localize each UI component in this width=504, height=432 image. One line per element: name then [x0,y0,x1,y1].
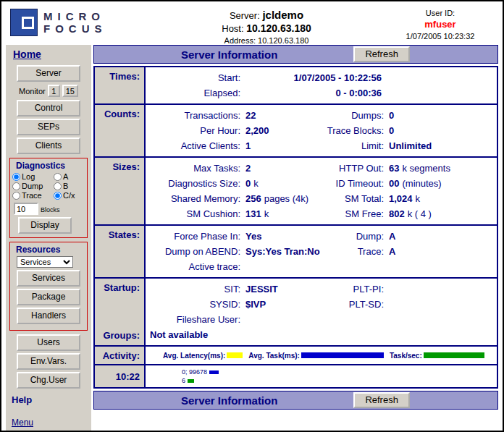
trace-radio-option[interactable]: Trace [12,191,54,200]
dump-radio-option[interactable]: Dump [12,182,54,190]
handlers-button[interactable]: Handlers [17,308,80,324]
diagnostics-size-value: 0 [245,178,251,189]
activity-row-label: Activity: [95,347,146,364]
sysid-label: SYSID: [148,297,244,312]
display-button[interactable]: Display [18,217,72,234]
app-window: MICRO FOCUS Server: jcldemo Host: 10.120… [0,0,504,432]
main-content: Server Information Refresh Times: Start:… [93,45,498,431]
server-button[interactable]: Server [17,65,80,82]
trace-radio-label: Trace [22,191,42,200]
cx-radio-option[interactable]: C/x [54,191,85,200]
groups-row-label: Groups: [103,330,140,341]
log-radio-option[interactable]: Log [12,172,54,181]
blocks-input[interactable] [14,203,38,215]
help-label: Help [12,394,91,405]
clients-button[interactable]: Clients [17,137,80,154]
trace-state-value: A [389,246,395,257]
bottom-title-bar: Server Information Refresh [93,391,498,410]
elapsed-value: 0 - 0:00:36 [244,85,382,101]
diagnostics-radios: Log A Dump B Trace C/x [12,172,85,200]
plt-sd-label: PLT-SD: [325,297,387,312]
diagnostics-group: Diagnostics Log A Dump B Trace C/x Block… [9,158,88,238]
per-hour-label: Per Hour: [148,123,244,138]
server-label: Server: [230,10,260,21]
cx-radio[interactable] [54,192,62,200]
force-phase-in-value: Yes [245,231,261,242]
counts-row: Counts: Transactions: 22 Dumps: 0 Per Ho… [95,105,497,158]
services-button[interactable]: Services [17,270,80,287]
address-label: Address: [224,36,256,45]
resources-select[interactable]: Services [17,256,73,268]
sm-total-label: SM Total: [325,191,387,206]
a-radio-option[interactable]: A [54,172,85,181]
max-tasks-value: 2 [245,163,251,174]
dump-state-label: Dump: [325,229,387,244]
times-row: Times: Start: 1/07/2005 - 10:22:56 Elaps… [95,67,497,105]
sample-latency-task-value: 0; 99678 [182,368,207,376]
control-button[interactable]: Control [17,100,80,117]
sm-cushion-suffix: k [264,208,269,219]
logo-line2: FOCUS [43,22,107,35]
env-vars-button[interactable]: Env.Vars. [17,353,80,370]
resources-title: Resources [16,245,85,255]
b-radio-label: B [63,182,68,190]
monitor-button-15[interactable]: 15 [62,85,78,97]
transactions-label: Transactions: [148,108,244,123]
diagnostics-size-suffix: k [253,178,259,189]
package-button[interactable]: Package [17,289,80,305]
sm-free-value: 802 [389,208,405,219]
http-out-label: HTTP Out: [325,161,387,176]
trace-blocks-label: Trace Blocks: [325,123,387,138]
server-info-table: Times: Start: 1/07/2005 - 10:22:56 Elaps… [93,66,498,389]
counts-row-label: Counts: [95,105,146,156]
seps-button[interactable]: SEPs [17,119,80,135]
change-user-button[interactable]: Chg.User [17,372,80,389]
shared-memory-value: 256 [245,193,261,204]
activity-row: Activity: Avg. Latency(ms): Avg. Task(ms… [95,347,497,365]
sample-time-label: 10:22 [116,371,140,382]
blocks-controls: Blocks [14,203,85,215]
avg-latency-legend-label: Avg. Latency(ms): [163,352,225,360]
log-radio-label: Log [22,172,35,181]
user-info-header: User ID: mfuser 1/07/2005 10:23:32 [382,6,498,41]
b-radio[interactable] [54,182,62,190]
limit-value: Unlimited [389,140,432,151]
resources-group: Resources Services Services Package Hand… [9,242,88,331]
diagnostics-size-label: Diagnostics Size: [148,176,244,191]
page-title: Server Information [181,48,277,61]
sm-cushion-label: SM Cushion: [148,206,244,221]
log-radio[interactable] [12,173,20,181]
monitor-button-1[interactable]: 1 [48,85,60,97]
fileshare-user-label: Fileshare User: [148,312,244,327]
menu-link[interactable]: Menu [12,418,33,428]
top-title-bar: Server Information Refresh [93,45,498,64]
dump-radio-label: Dump [22,182,43,190]
blocks-label: Blocks [41,206,60,215]
active-trace-label: Active trace: [148,259,244,274]
per-hour-value: 2,200 [245,125,269,136]
trace-radio[interactable] [12,192,20,200]
a-radio[interactable] [54,173,62,181]
sit-label: SIT: [148,281,244,297]
sample-task-bar [209,370,219,374]
sm-cushion-value: 131 [245,208,261,219]
dumps-label: Dumps: [325,108,387,123]
microfocus-logo-text: MICRO FOCUS [43,10,107,35]
b-radio-option[interactable]: B [54,182,85,190]
sample-task-rate-value: 6 [182,376,185,385]
users-button[interactable]: Users [17,334,80,351]
activity-sample-row: 10:22 0; 99678 6 [95,365,497,387]
dump-radio[interactable] [12,182,20,190]
server-info-header: Server: jcldemo Host: 10.120.63.180 Addr… [151,6,382,45]
a-radio-label: A [63,172,68,181]
sm-total-value: 1,024 [389,193,413,204]
microfocus-logo-icon [10,9,38,36]
refresh-button-top[interactable]: Refresh [353,46,410,62]
home-link[interactable]: Home [13,48,41,60]
id-timeout-value: 00 [389,178,399,189]
dump-state-value: A [389,231,395,242]
task-bar [301,352,384,358]
monitor-label: Monitor [19,87,46,96]
refresh-button-bottom[interactable]: Refresh [353,392,410,408]
host-label: Host: [222,23,243,34]
